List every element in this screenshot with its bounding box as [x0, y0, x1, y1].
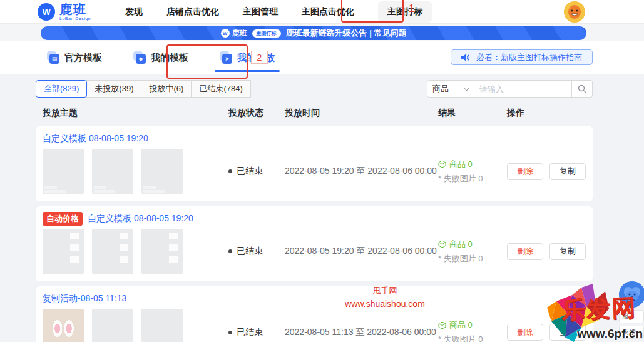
status-dot — [228, 331, 232, 334]
nav-item-main-image-manage[interactable]: 主图管理 — [243, 6, 278, 18]
result-product-text: 商品 0 — [449, 159, 473, 170]
filter-in-progress[interactable]: 投放中(6) — [141, 80, 192, 98]
copy-button[interactable]: 复制 — [549, 243, 586, 260]
delete-button[interactable]: 删除 — [507, 163, 543, 180]
thumbnail[interactable] — [43, 229, 84, 274]
page: W 鹿班 LuBan Design 发现 店铺点击优化 主图管理 主图点击优化 … — [0, 0, 644, 342]
thumbnail[interactable]: ¥1688 — [92, 309, 133, 342]
filter-all[interactable]: 全部(829) — [36, 80, 87, 98]
delete-button[interactable]: 删除 — [507, 243, 543, 260]
campaign-title-link[interactable]: 自定义模板 08-08-05 19:20 — [88, 213, 193, 224]
thumbnail-group: ¥1688 ¥1688 ¥1688 — [43, 309, 228, 342]
banner-logo: W 鹿班 — [221, 28, 247, 39]
speaker-icon — [461, 54, 470, 61]
package-icon — [438, 240, 446, 248]
tab-label: 官方模板 — [64, 52, 102, 64]
banner-logo-icon: W — [221, 29, 230, 38]
search-input[interactable] — [474, 80, 572, 98]
customer-service-icon[interactable] — [619, 281, 644, 308]
chevron-down-icon — [464, 84, 470, 91]
result-fail-text: * 失败图片 0 — [438, 173, 507, 184]
result-cell: 商品 0 * 失败图片 0 — [438, 239, 507, 264]
service-widget: 服 反馈 — [619, 281, 644, 339]
campaign-title-link[interactable]: 自定义模板 08-08-05 19:20 — [43, 133, 148, 144]
thumbnail[interactable]: ¥1688 — [141, 309, 183, 342]
time-cell: 2022-08-05 19:20 至 2022-08-06 00:00 — [285, 246, 438, 257]
status-cell: 已结束 — [228, 327, 285, 338]
copy-button[interactable]: 复制 — [549, 163, 586, 180]
service-label[interactable]: 服 — [619, 310, 644, 323]
actions-cell: 删除 复制 — [507, 243, 593, 260]
feedback-label[interactable]: 反馈 — [619, 326, 644, 339]
copy-button[interactable]: 复制 — [549, 324, 586, 341]
tab-my-templates[interactable]: ☻ 我的模板 — [133, 41, 188, 74]
table-header: 投放主题 投放状态 投放时间 结果 操作 — [36, 105, 593, 121]
announcement-banner[interactable]: W 鹿班 主图打标 鹿班最新链路升级公告 | 常见问题 — [41, 26, 586, 40]
status-cell: 已结束 — [228, 246, 285, 257]
nav-item-main-image-click[interactable]: 主图点击优化 — [302, 6, 354, 18]
annotation-number-2: 2 — [251, 51, 268, 64]
tab-bar: ▤ 官方模板 ☻ 我的模板 ➤ 我的投放 必看：新版主图 — [0, 41, 644, 74]
announcement-strip: W 鹿班 主图打标 鹿班最新链路升级公告 | 常见问题 — [0, 24, 644, 41]
col-header-actions: 操作 — [507, 108, 593, 119]
top-navbar: W 鹿班 LuBan Design 发现 店铺点击优化 主图管理 主图点击优化 … — [0, 0, 644, 24]
col-header-time: 投放时间 — [285, 108, 438, 119]
thumbnail[interactable] — [92, 229, 133, 274]
official-template-icon: ▤ — [47, 51, 59, 64]
status-text: 已结束 — [237, 327, 263, 338]
filter-not-launched[interactable]: 未投放(39) — [86, 80, 141, 98]
thumbnail[interactable] — [141, 149, 183, 194]
campaign-row: 自动价格 自定义模板 08-08-05 19:20 已结束 2022-08-05… — [36, 206, 593, 281]
nav-item-shop-click[interactable]: 店铺点击优化 — [166, 6, 219, 18]
guide-button-label: 必看：新版主图打标操作指南 — [476, 52, 582, 63]
banner-badge: 主图打标 — [252, 29, 281, 38]
thumbnail[interactable]: ¥1688 — [43, 309, 84, 342]
filter-ended[interactable]: 已结束(784) — [191, 80, 250, 98]
result-fail-text: * 失败图片 0 — [438, 334, 507, 342]
delete-button[interactable]: 删除 — [507, 324, 543, 341]
status-dot — [228, 169, 232, 173]
result-product-text: 商品 0 — [449, 319, 473, 331]
thumbnail[interactable] — [43, 149, 84, 194]
time-cell: 2022-08-05 11:13 至 2022-08-06 00:00 — [285, 327, 438, 338]
col-header-topic: 投放主题 — [43, 108, 228, 119]
search-group: 商品 — [427, 80, 593, 98]
result-fail-text: * 失败图片 0 — [438, 253, 507, 264]
luban-logo[interactable]: W 鹿班 LuBan Design — [38, 3, 91, 21]
main-nav: 发现 店铺点击优化 主图管理 主图点击优化 主图打标 — [125, 1, 432, 23]
guide-button[interactable]: 必看：新版主图打标操作指南 — [451, 49, 593, 65]
status-dot — [228, 249, 232, 253]
search-button[interactable] — [572, 80, 593, 98]
campaign-row: 复制活动-08-05 11:13 ¥1688 ¥1688 ¥1688 — [36, 286, 593, 342]
thumbnail[interactable] — [141, 229, 183, 274]
annotation-number-1: 1 — [409, 3, 414, 14]
filter-bar: 全部(829) 未投放(39) 投放中(6) 已结束(784) 商品 — [36, 80, 593, 98]
campaign-row: 自定义模板 08-08-05 19:20 已结束 2022-08-05 19:2… — [36, 126, 593, 201]
banner-logo-title: 鹿班 — [232, 28, 247, 39]
campaign-title-link[interactable]: 复制活动-08-05 11:13 — [43, 293, 126, 304]
nav-item-discover[interactable]: 发现 — [125, 6, 143, 18]
result-cell: 商品 0 * 失败图片 0 — [438, 159, 507, 184]
col-header-status: 投放状态 — [228, 108, 285, 119]
nav-item-main-image-tag[interactable]: 主图打标 — [378, 1, 432, 23]
search-category-value: 商品 — [432, 83, 449, 94]
thumbnail-group — [43, 229, 228, 274]
paper-plane-icon: ➤ — [220, 51, 232, 64]
package-icon — [438, 321, 446, 329]
my-template-icon: ☻ — [133, 51, 146, 64]
thumbnail-group — [43, 149, 228, 194]
status-text: 已结束 — [237, 166, 263, 177]
result-product-text: 商品 0 — [449, 239, 473, 250]
tab-official-templates[interactable]: ▤ 官方模板 — [47, 41, 102, 74]
thumbnail[interactable] — [92, 149, 133, 194]
time-cell: 2022-08-05 19:20 至 2022-08-06 00:00 — [285, 166, 438, 177]
auto-price-badge: 自动价格 — [43, 212, 83, 226]
search-category-select[interactable]: 商品 — [427, 80, 474, 98]
result-cell: 商品 0 * 失败图片 0 — [438, 319, 507, 342]
status-text: 已结束 — [237, 246, 263, 257]
announcement-text[interactable]: 鹿班最新链路升级公告 | 常见问题 — [286, 28, 407, 39]
user-avatar[interactable] — [564, 1, 585, 23]
package-icon — [438, 160, 446, 168]
actions-cell: 删除 复制 — [507, 324, 593, 341]
logo-subtitle: LuBan Design — [59, 16, 91, 21]
